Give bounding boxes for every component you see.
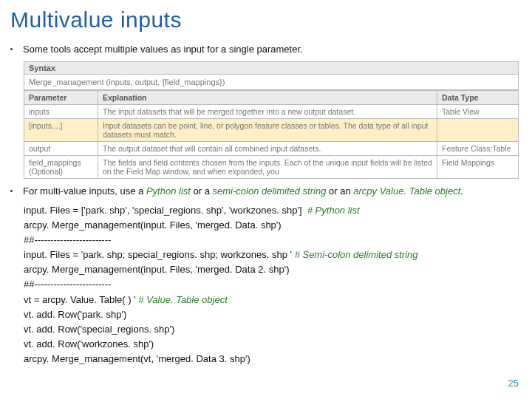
- table-row: output The output dataset that will cont…: [24, 141, 519, 155]
- th-dtype: Data Type: [437, 90, 519, 104]
- bullet-dot-icon: [10, 190, 13, 192]
- code: input. Files = ['park. shp', 'special_re…: [24, 205, 307, 216]
- syntax-header: Syntax: [24, 61, 519, 75]
- cell-expl: The fields and field contents chosen fro…: [98, 155, 437, 178]
- em-python-list: Python list: [146, 185, 191, 197]
- code-line: arcpy. Merge_management(input. Files, 'm…: [24, 262, 519, 277]
- bullet-dot-icon: [10, 48, 13, 50]
- param-optional: (Optional): [29, 167, 63, 176]
- cell-dtype: [437, 118, 519, 141]
- code: input. Files = 'park. shp; special_regio…: [24, 249, 295, 260]
- em-semicolon: semi-colon delimited string: [213, 185, 327, 197]
- bullet-1: Some tools accept multiple values as inp…: [10, 43, 519, 57]
- code-line: arcpy. Merge_management(input. Files, 'm…: [24, 218, 519, 233]
- em-valuetable: arcpy Value. Table object: [353, 185, 460, 197]
- code-line: vt. add. Row('workzones. shp'): [24, 337, 519, 352]
- text: .: [460, 185, 463, 197]
- code-line: ##------------------------: [24, 233, 519, 248]
- code-line: ##------------------------: [24, 277, 519, 292]
- text: or a: [191, 185, 213, 197]
- param-name: field_mappings: [29, 158, 81, 167]
- table-row: [inputs,...] Input datasets can be point…: [24, 118, 519, 141]
- cell-expl: The input datasets that will be merged t…: [98, 104, 437, 118]
- code-comment: # Python list: [307, 205, 360, 216]
- code-line: input. Files = 'park. shp; special_regio…: [24, 248, 519, 262]
- cell-param: field_mappings (Optional): [24, 155, 98, 178]
- cell-expl: Input datasets can be point, line, or po…: [98, 118, 437, 141]
- code-comment: # Value. Table object: [138, 294, 227, 305]
- th-param: Parameter: [24, 90, 98, 104]
- code-comment: # Semi-colon delimited string: [295, 249, 418, 260]
- cell-dtype: Table View: [437, 104, 519, 118]
- bullet-1-text: Some tools accept multiple values as inp…: [23, 43, 303, 57]
- code: vt = arcpy. Value. Table( ) ': [24, 294, 138, 305]
- code-line: vt. add. Row('park. shp'): [24, 307, 519, 322]
- bullet-2: For multi-value inputs, use a Python lis…: [10, 185, 519, 199]
- cell-param: [inputs,...]: [24, 118, 98, 141]
- code-line: input. Files = ['park. shp', 'special_re…: [24, 203, 519, 218]
- cell-expl: The output dataset that will contain all…: [98, 141, 437, 155]
- code-line: vt. add. Row('special_regions. shp'): [24, 322, 519, 337]
- slide-number: 25: [508, 378, 519, 389]
- code-line: arcpy. Merge_management(vt, 'merged. Dat…: [24, 352, 519, 366]
- cell-dtype: Field Mappings: [437, 155, 519, 178]
- cell-param: output: [24, 141, 98, 155]
- syntax-table: Syntax Merge_management (inputs, output,…: [24, 61, 519, 179]
- code-line: vt = arcpy. Value. Table( ) ' # Value. T…: [24, 293, 519, 307]
- text: or an: [326, 185, 353, 197]
- cell-dtype: Feature Class;Table: [437, 141, 519, 155]
- slide-title: Multivalue inputs: [0, 0, 532, 37]
- text: For multi-value inputs, use a: [23, 185, 146, 197]
- bullet-2-text: For multi-value inputs, use a Python lis…: [23, 185, 463, 199]
- th-expl: Explanation: [98, 90, 437, 104]
- code-block: input. Files = ['park. shp', 'special_re…: [24, 203, 519, 367]
- syntax-signature: Merge_management (inputs, output, {field…: [24, 75, 519, 90]
- table-row: inputs The input datasets that will be m…: [24, 104, 519, 118]
- cell-param: inputs: [24, 104, 98, 118]
- slide-body: Some tools accept multiple values as inp…: [0, 43, 532, 366]
- table-header-row: Parameter Explanation Data Type: [24, 90, 519, 104]
- table-row: field_mappings (Optional) The fields and…: [24, 155, 519, 178]
- param-table: Parameter Explanation Data Type inputs T…: [24, 90, 519, 179]
